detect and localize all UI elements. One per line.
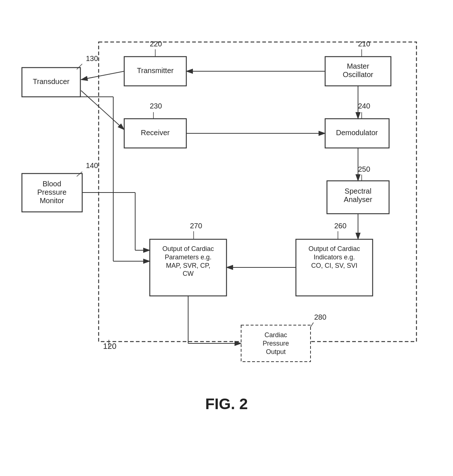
ref-240: 240	[358, 102, 370, 110]
ref-260: 260	[334, 222, 346, 230]
ref-280-line	[311, 323, 313, 327]
ref-220: 220	[150, 40, 162, 48]
cpo-label-3: Output	[266, 348, 286, 355]
ref-210: 210	[358, 40, 370, 48]
transmitter-to-transducer-arrow	[81, 71, 124, 80]
mo-label-2: Oscillator	[343, 71, 373, 79]
demodulator-label: Demodulator	[336, 129, 378, 137]
figure-label: FIG. 2	[205, 395, 248, 412]
transducer-label: Transducer	[33, 77, 70, 85]
cpo-label-1: Cardiac	[264, 331, 287, 339]
cp-label-1: Output of Cardiac	[162, 245, 214, 252]
ci-label-1: Output of Cardiac	[308, 245, 360, 252]
bpm-label-3: Monitor	[40, 197, 64, 205]
mo-label-1: Master	[347, 62, 369, 70]
ref-280: 280	[314, 313, 326, 321]
cp-label-3: MAP, SVR, CP,	[166, 262, 210, 269]
transmitter-label: Transmitter	[137, 66, 174, 75]
diagram-container: 120 Transducer 130 Blood Pressure Monito…	[15, 11, 438, 431]
ref-140: 140	[86, 161, 98, 170]
cp-label-4: CW	[183, 270, 194, 277]
receiver-label: Receiver	[141, 129, 170, 137]
sa-label-2: Analyser	[344, 195, 372, 203]
ref-250: 250	[358, 165, 370, 173]
ref-120: 120	[103, 342, 117, 351]
bpm-label-1: Blood	[42, 180, 61, 188]
cpo-label-2: Pressure	[263, 340, 289, 347]
ci-label-2: Indicators e.g.	[313, 254, 355, 261]
cp-label-2: Parameters e.g.	[165, 254, 212, 261]
ref-270: 270	[190, 222, 202, 230]
ref-130: 130	[86, 54, 98, 62]
ci-label-3: CO, CI, SV, SVI	[311, 262, 357, 269]
ref-230: 230	[150, 102, 162, 110]
sa-label-1: Spectral	[344, 187, 371, 195]
bpm-label-2: Pressure	[37, 188, 66, 196]
